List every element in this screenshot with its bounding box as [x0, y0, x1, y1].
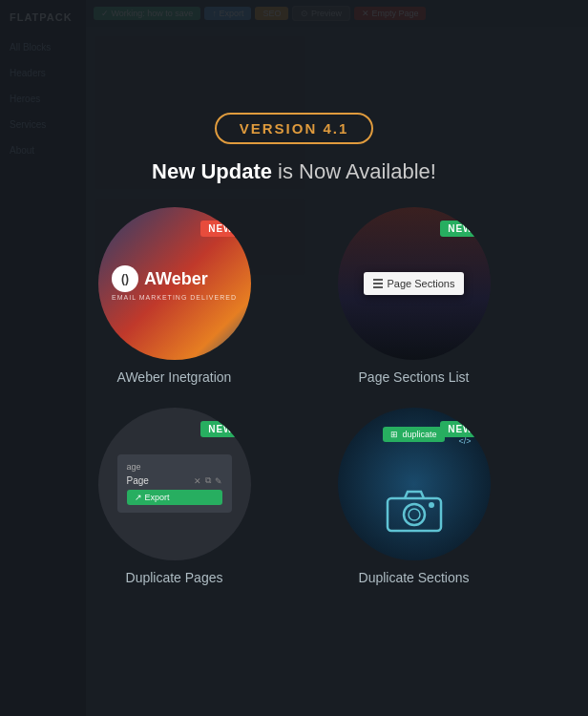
- dup-page-name: Page: [127, 475, 149, 486]
- svg-point-1: [404, 504, 425, 525]
- dup-sections-label: Duplicate Sections: [359, 570, 470, 585]
- feature-thumb-dup-sections: ⊞ duplicate </>: [338, 408, 491, 560]
- dup-pages-ui: age Page ✕ ⧉ ✎: [117, 454, 232, 513]
- page-sections-label: Page Sections List: [359, 369, 470, 385]
- feature-thumb-dup-pages: age Page ✕ ⧉ ✎: [98, 408, 251, 560]
- feature-card-dup-pages: age Page ✕ ⧉ ✎: [70, 408, 279, 585]
- export-icon: ↗: [135, 493, 142, 502]
- dup-pages-heading: age: [127, 462, 222, 472]
- dup-section-badge-text: duplicate: [402, 430, 436, 439]
- feature-thumb-page-sections: Page Sections NEW: [338, 207, 491, 360]
- export-label: Export: [145, 493, 170, 502]
- aweber-label: AWeber Inetgration: [117, 369, 232, 385]
- aweber-subtitle: EMAIL MARKETING DELIVERED: [112, 294, 237, 301]
- dup-pages-label: Duplicate Pages: [126, 570, 223, 585]
- feature-thumb-aweber: () AWeber EMAIL MARKETING DELIVERED NEW: [98, 207, 251, 360]
- update-title-rest: is Now Available!: [272, 159, 436, 183]
- feature-card-aweber: () AWeber EMAIL MARKETING DELIVERED NEW …: [70, 207, 279, 385]
- page-sections-popup: Page Sections: [364, 272, 465, 295]
- feature-card-page-sections: Page Sections NEW Page Sections List: [309, 207, 518, 385]
- modal-overlay: VERSION 4.1 New Update is Now Available!…: [0, 0, 588, 716]
- modal-content: VERSION 4.1 New Update is Now Available!…: [41, 94, 547, 623]
- dup-pages-new-badge: NEW: [200, 421, 241, 437]
- aweber-logo-text: () AWeber: [112, 265, 237, 292]
- features-grid: () AWeber EMAIL MARKETING DELIVERED NEW …: [70, 207, 518, 585]
- svg-point-2: [409, 509, 420, 520]
- camera-icon: [386, 489, 443, 537]
- dup-section-badge: ⊞ duplicate: [383, 427, 444, 442]
- feature-card-dup-sections: ⊞ duplicate </>: [309, 408, 518, 585]
- aweber-new-badge: NEW: [200, 221, 241, 237]
- dup-page-icons: ✕ ⧉ ✎: [194, 475, 222, 486]
- dup-sections-new-badge: NEW: [440, 421, 480, 437]
- update-title-bold: New Update: [152, 159, 272, 183]
- page-sections-new-badge: NEW: [440, 221, 480, 237]
- page-sections-popup-text: Page Sections: [388, 278, 455, 289]
- duplicate-icon: ⊞: [390, 430, 398, 439]
- copy-icon: ⧉: [205, 475, 211, 486]
- menu-lines-icon: [373, 279, 383, 288]
- dup-page-row: Page ✕ ⧉ ✎: [127, 475, 222, 486]
- version-badge: VERSION 4.1: [215, 113, 374, 144]
- close-icon: ✕: [194, 476, 201, 486]
- aweber-logo: () AWeber EMAIL MARKETING DELIVERED: [112, 265, 237, 301]
- aweber-icon: (): [112, 265, 138, 292]
- svg-point-3: [429, 502, 434, 508]
- edit-icon: ✎: [215, 476, 222, 486]
- update-title: New Update is Now Available!: [152, 159, 436, 184]
- dup-export-btn: ↗ Export: [127, 490, 222, 505]
- aweber-brand-name: AWeber: [144, 269, 208, 289]
- code-icon: </>: [458, 436, 471, 446]
